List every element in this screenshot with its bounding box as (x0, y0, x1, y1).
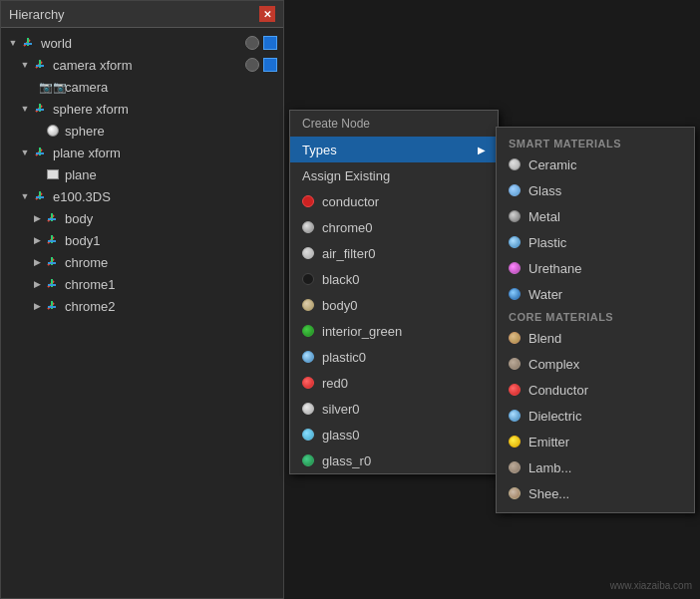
types-item[interactable]: Types ▶ (290, 137, 498, 162)
expand-plane-xform[interactable] (19, 147, 31, 158)
smart-mat-urethane[interactable]: Urethane (497, 255, 694, 281)
core-mat-emitter[interactable]: Emitter (497, 429, 694, 454)
tree-item-body[interactable]: body (1, 207, 283, 229)
tree-item-chrome1[interactable]: chrome1 (1, 273, 283, 295)
mat-chrome0[interactable]: chrome0 (290, 214, 498, 240)
plastic-label: Plastic (528, 235, 566, 250)
expand-e100[interactable] (19, 190, 31, 202)
camera-icon: 📷 (45, 79, 61, 95)
expand-chrome[interactable] (31, 256, 43, 268)
tree-label-body: body (65, 211, 93, 226)
tree-label-chrome2: chrome2 (65, 299, 116, 314)
glass-label: Glass (528, 183, 561, 198)
assign-existing-label: Assign Existing (302, 168, 390, 183)
mat-body0[interactable]: body0 (290, 292, 498, 318)
tree-item-sphere-xform[interactable]: sphere xform (1, 98, 283, 120)
glass-r0-label: glass_r0 (322, 453, 371, 468)
types-arrow: ▶ (478, 145, 486, 155)
mat-red0[interactable]: red0 (290, 370, 498, 396)
tree-label-plane: plane (65, 167, 97, 182)
tree-item-chrome[interactable]: chrome (1, 251, 283, 273)
plane-icon (45, 166, 61, 182)
select-square[interactable] (263, 58, 277, 72)
smart-mat-glass[interactable]: Glass (497, 177, 694, 203)
mat-silver0[interactable]: silver0 (290, 396, 498, 422)
types-label: Types (302, 143, 337, 157)
tree-label-sphere: sphere (65, 124, 105, 139)
mat-conductor[interactable]: conductor (290, 188, 498, 214)
lambert-dot (509, 461, 521, 473)
tree-item-plane-xform[interactable]: plane xform (1, 142, 283, 163)
conductor-dot (302, 195, 314, 207)
xform-icon-chrome1 (45, 276, 61, 292)
smart-mat-plastic[interactable]: Plastic (497, 229, 694, 255)
hierarchy-panel: Hierarchy ✕ world (0, 0, 284, 599)
dielectric-dot (509, 410, 521, 422)
interior-green-dot (302, 325, 314, 337)
tree-label-chrome1: chrome1 (65, 277, 116, 292)
complex-label: Complex (528, 357, 579, 372)
emitter-label: Emitter (528, 435, 569, 449)
glass-r0-dot (302, 454, 314, 466)
black0-label: black0 (322, 272, 360, 287)
red0-label: red0 (322, 376, 348, 391)
expand-chrome1[interactable] (31, 278, 43, 290)
black0-dot (302, 273, 314, 285)
hierarchy-title: Hierarchy (9, 7, 65, 22)
tree-item-world[interactable]: world (1, 32, 283, 54)
core-mat-lambert[interactable]: Lamb... (497, 454, 694, 480)
expand-sphere-xform[interactable] (19, 103, 31, 115)
expand-camera-xform[interactable] (19, 59, 31, 71)
mat-plastic0[interactable]: plastic0 (290, 344, 498, 370)
select-square[interactable] (263, 36, 277, 50)
glass0-dot (302, 429, 314, 441)
xform-icon-body1 (45, 232, 61, 248)
core-mat-complex[interactable]: Complex (497, 351, 694, 377)
core-mat-sheen[interactable]: Shee... (497, 480, 694, 506)
water-label: Water (528, 287, 562, 302)
tree-item-chrome2[interactable]: chrome2 (1, 295, 283, 317)
air-filter0-label: air_filter0 (322, 246, 375, 261)
glass-dot (509, 184, 521, 196)
tree-label-e100: e100.3DS (53, 189, 111, 204)
visibility-circle[interactable] (245, 58, 259, 72)
plastic0-dot (302, 351, 314, 363)
dielectric-label: Dielectric (528, 409, 581, 424)
expand-body[interactable] (31, 212, 43, 224)
tree-item-sphere[interactable]: sphere (1, 120, 283, 142)
conductor-label: conductor (322, 194, 379, 209)
smart-mat-water[interactable]: Water (497, 281, 694, 307)
tree-item-e100[interactable]: e100.3DS (1, 185, 283, 207)
tree-label-sphere-xform: sphere xform (53, 102, 129, 117)
assign-existing-item[interactable]: Assign Existing (290, 162, 498, 188)
mat-glass0[interactable]: glass0 (290, 422, 498, 448)
expand-chrome2[interactable] (31, 300, 43, 312)
tree-item-camera-xform[interactable]: camera xform (1, 54, 283, 76)
close-button[interactable]: ✕ (259, 6, 275, 22)
expand-world[interactable] (7, 37, 19, 49)
core-mat-dielectric[interactable]: Dielectric (497, 403, 694, 429)
mat-glass-r0[interactable]: glass_r0 (290, 448, 498, 473)
ceramic-dot (509, 158, 521, 170)
expand-body1[interactable] (31, 234, 43, 246)
core-mat-conductor[interactable]: Conductor (497, 377, 694, 403)
context-menu: Create Node Types ▶ Assign Existing cond… (289, 110, 499, 474)
core-mat-blend[interactable]: Blend (497, 325, 694, 351)
mat-black0[interactable]: black0 (290, 266, 498, 292)
conductor-core-label: Conductor (528, 383, 588, 398)
tree-label-plane-xform: plane xform (53, 146, 121, 160)
ceramic-label: Ceramic (528, 157, 576, 172)
xform-icon-body (45, 210, 61, 226)
tree-label-camera: camera (65, 80, 108, 95)
camera-xform-controls (245, 58, 277, 72)
tree-item-body1[interactable]: body1 (1, 229, 283, 251)
smart-mat-metal[interactable]: Metal (497, 203, 694, 229)
mat-air-filter0[interactable]: air_filter0 (290, 240, 498, 266)
urethane-label: Urethane (528, 261, 581, 276)
visibility-circle[interactable] (245, 36, 259, 50)
mat-interior-green[interactable]: interior_green (290, 318, 498, 344)
create-node-header: Create Node (290, 111, 498, 137)
tree-item-plane[interactable]: plane (1, 163, 283, 185)
tree-item-camera[interactable]: 📷 camera (1, 76, 283, 98)
smart-mat-ceramic[interactable]: Ceramic (497, 151, 694, 177)
